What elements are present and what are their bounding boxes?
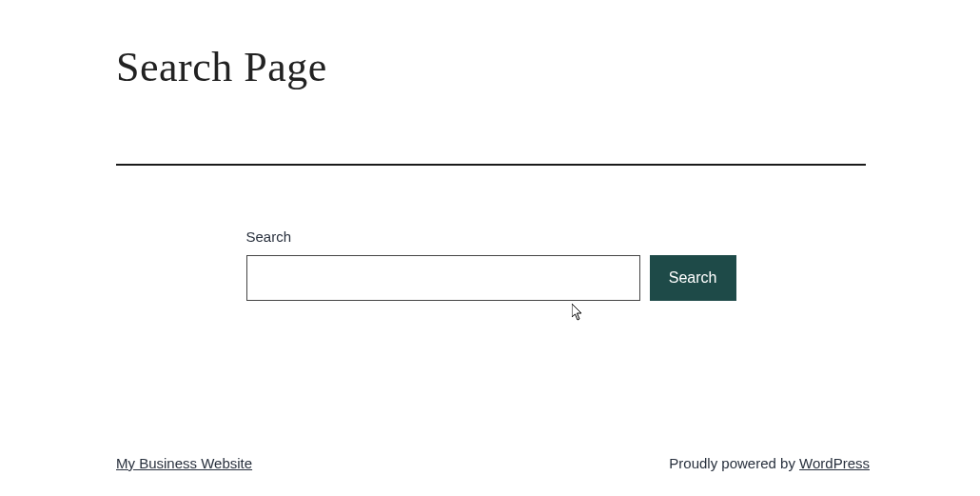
page-title: Search Page bbox=[116, 43, 866, 91]
wordpress-link[interactable]: WordPress bbox=[799, 455, 870, 471]
divider bbox=[116, 164, 866, 166]
search-block: Search Search bbox=[246, 228, 736, 301]
powered-by-prefix: Proudly powered by bbox=[669, 455, 799, 471]
search-row: Search bbox=[246, 255, 736, 301]
footer: My Business Website Proudly powered by W… bbox=[116, 455, 870, 471]
search-input[interactable] bbox=[246, 255, 640, 301]
search-label: Search bbox=[246, 228, 736, 245]
cursor-icon bbox=[572, 304, 583, 321]
powered-by: Proudly powered by WordPress bbox=[669, 455, 870, 471]
search-button[interactable]: Search bbox=[650, 255, 736, 301]
site-link[interactable]: My Business Website bbox=[116, 455, 252, 471]
